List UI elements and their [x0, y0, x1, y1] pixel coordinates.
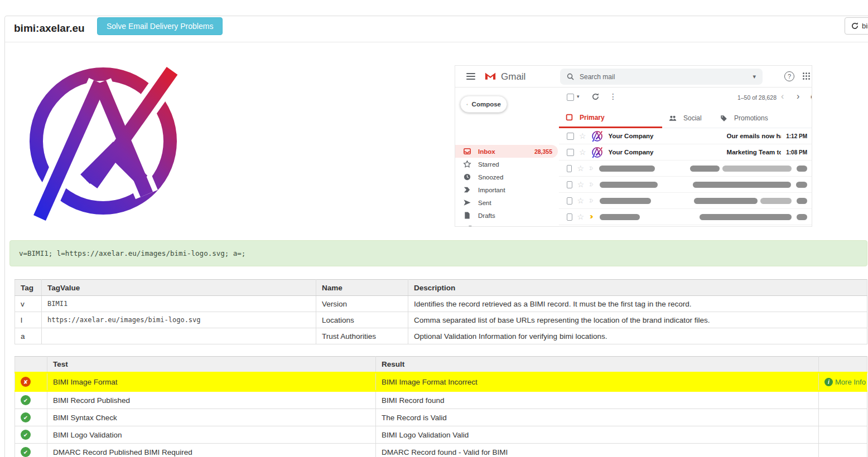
- next-page-icon[interactable]: ›: [797, 91, 799, 101]
- test-cell: DMARC Record Published BIMI Required: [47, 444, 376, 457]
- email-subject: Our emails now have BIMI logos! ...: [727, 133, 781, 139]
- previous-page-icon[interactable]: ‹: [781, 91, 784, 101]
- importance-marker-icon: [589, 165, 594, 172]
- email-row[interactable]: ☆ Your Company Our emails now have BIMI …: [559, 128, 812, 144]
- panel-body: Gmail Search mail ▾ ? Compose: [5, 43, 868, 457]
- people-icon: [669, 115, 677, 121]
- tagvalue-cell: BIMI1: [42, 296, 316, 312]
- result-cell: DMARC Record found - Valid for BIMI: [376, 444, 819, 457]
- star-icon: [463, 160, 471, 168]
- row-checkbox[interactable]: [567, 181, 572, 188]
- test-row: ✔ BIMI Syntax Check The Record is Valid: [15, 409, 867, 426]
- status-cell: ✔: [15, 444, 47, 457]
- sidebar-item-categories[interactable]: ▸ Categories: [455, 222, 558, 227]
- importance-marker-icon: [463, 186, 471, 194]
- email-time: 1:12 PM: [786, 133, 812, 139]
- hamburger-menu-icon[interactable]: [466, 73, 475, 80]
- email-sender: Your Company: [609, 149, 674, 155]
- gmail-toolbar: ▾ ⋮ 1–50 of 28,628 ‹ › ⚙: [559, 87, 812, 108]
- row-checkbox[interactable]: [567, 213, 572, 221]
- test-cell: BIMI Image Format: [47, 373, 376, 391]
- status-cell: ✘: [15, 373, 47, 391]
- brand-avatar-logo: [591, 130, 604, 142]
- status-cell: ✔: [15, 409, 47, 426]
- tab-promotions[interactable]: Promotions: [713, 108, 780, 128]
- tag-row: v BIMI1 Version Identifies the record re…: [15, 296, 867, 312]
- more-info-link[interactable]: iMore Info: [824, 378, 866, 386]
- inbox-icon: [463, 147, 471, 155]
- pass-icon: ✔: [21, 447, 31, 457]
- status-cell: ✔: [15, 391, 47, 409]
- result-cell: BIMI Logo Validation Valid: [376, 426, 819, 444]
- sidebar-item-sent[interactable]: Sent: [455, 196, 558, 209]
- sidebar-item-starred[interactable]: Starred: [455, 158, 558, 171]
- star-icon[interactable]: ☆: [577, 164, 584, 172]
- placeholder-bar: [600, 214, 640, 220]
- tag-row: l https://axelar.eu/images/bimi-logo.svg…: [15, 312, 867, 328]
- test-cell: BIMI Logo Validation: [47, 426, 376, 444]
- tag-cell: l: [15, 312, 42, 328]
- file-icon: [463, 211, 471, 220]
- rerun-lookup-label: bimi: [862, 22, 868, 30]
- refresh-icon[interactable]: [591, 93, 600, 101]
- star-icon[interactable]: ☆: [577, 181, 585, 188]
- tagvalue-cell: [42, 328, 316, 344]
- sidebar-item-label: Sent: [478, 200, 491, 206]
- star-icon[interactable]: ☆: [579, 148, 586, 156]
- result-cell: BIMI Image Format Incorrect: [376, 373, 819, 391]
- star-icon[interactable]: ☆: [577, 197, 585, 205]
- placeholder-bar: [599, 166, 655, 172]
- name-cell: Trust Authorities: [316, 328, 408, 344]
- sidebar-item-inbox[interactable]: Inbox 28,355: [455, 145, 558, 158]
- sidebar-item-snoozed[interactable]: Snoozed: [455, 171, 558, 183]
- gmail-search-bar[interactable]: Search mail ▾: [560, 69, 763, 85]
- email-row[interactable]: ☆ Your Company Marketing Team to announc…: [559, 144, 812, 161]
- email-row-placeholder: ☆: [559, 209, 812, 225]
- tab-social[interactable]: Social: [662, 108, 713, 128]
- placeholder-bar: [796, 182, 807, 188]
- row-checkbox[interactable]: [567, 165, 572, 172]
- help-icon[interactable]: ?: [784, 71, 794, 81]
- col-header-tag: Tag: [15, 280, 42, 296]
- fail-icon: ✘: [21, 377, 31, 387]
- col-header-name: Name: [316, 280, 408, 296]
- refresh-icon: [851, 22, 859, 30]
- tab-primary[interactable]: Primary: [559, 108, 662, 128]
- star-icon[interactable]: ☆: [579, 132, 586, 140]
- search-placeholder: Search mail: [580, 73, 747, 81]
- solve-email-delivery-button[interactable]: Solve Email Delivery Problems: [97, 17, 223, 35]
- sidebar-item-label: Categories: [483, 225, 516, 227]
- info-cell: [819, 444, 867, 457]
- gear-icon[interactable]: ⚙: [810, 93, 812, 101]
- placeholder-bar: [690, 166, 720, 172]
- results-table-header: Test Result: [15, 357, 867, 373]
- row-checkbox[interactable]: [567, 133, 574, 140]
- expand-arrow-icon[interactable]: ▸: [463, 226, 466, 227]
- star-icon[interactable]: ☆: [577, 213, 585, 221]
- email-sender: Your Company: [609, 133, 674, 139]
- select-caret-icon[interactable]: ▾: [577, 94, 580, 99]
- rerun-lookup-button[interactable]: bimi: [845, 17, 868, 35]
- sidebar-item-drafts[interactable]: Drafts: [455, 209, 558, 222]
- compose-button[interactable]: Compose: [460, 96, 507, 113]
- row-checkbox[interactable]: [567, 149, 574, 156]
- name-cell: Version: [316, 296, 408, 312]
- select-all-checkbox[interactable]: [567, 94, 574, 101]
- tag-icon: [720, 115, 727, 122]
- axelar-brand-logo: [20, 51, 194, 225]
- gmail-email-list: ☆ Your Company Our emails now have BIMI …: [559, 128, 812, 227]
- email-subject: Marketing Team to announce BIMI ...: [727, 149, 781, 155]
- placeholder-bar: [760, 198, 792, 204]
- info-cell: [819, 391, 867, 409]
- search-options-caret-icon[interactable]: ▾: [753, 73, 756, 80]
- test-row-highlighted: ✘ BIMI Image Format BIMI Image Format In…: [15, 373, 867, 391]
- importance-marker-icon: [589, 197, 595, 204]
- placeholder-bar: [693, 182, 792, 188]
- col-header-test: Test: [47, 357, 376, 373]
- email-time: 1:08 PM: [786, 149, 812, 155]
- apps-grid-icon[interactable]: [803, 72, 810, 80]
- sidebar-item-important[interactable]: Important: [455, 183, 558, 196]
- row-checkbox[interactable]: [567, 197, 572, 205]
- test-cell: BIMI Record Published: [47, 391, 376, 409]
- more-options-icon[interactable]: ⋮: [609, 92, 617, 101]
